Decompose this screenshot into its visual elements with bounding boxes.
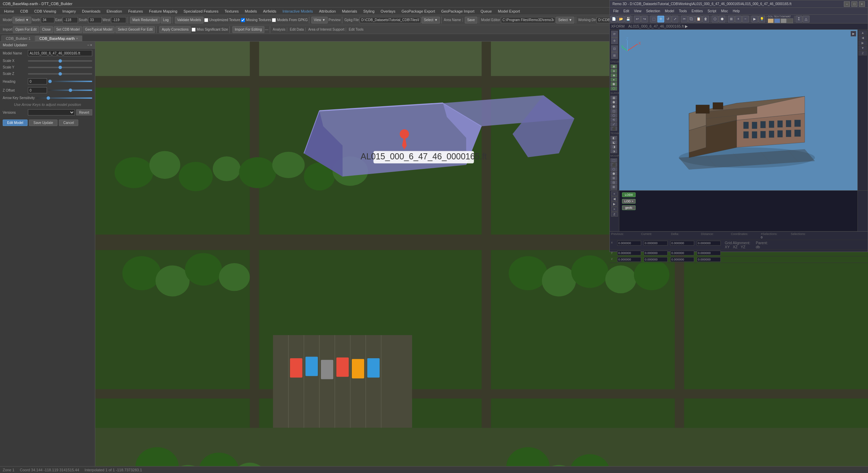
remo-surface2-button[interactable]: ⬟ (610, 100, 617, 104)
remo-modify5-button[interactable]: ⊞ (610, 176, 617, 180)
model-name-input[interactable] (28, 50, 92, 56)
menu-materials[interactable]: Materials (339, 9, 360, 14)
menu-geopackage-import[interactable]: GeoPackage Import (438, 9, 477, 14)
remo3d-maximize-button[interactable]: □ (851, 1, 857, 7)
remo-menu-misc[interactable]: Misc (719, 9, 730, 14)
remo-surface5-button[interactable]: ⬠ (610, 113, 617, 117)
heading-slider[interactable] (48, 81, 92, 82)
z-offset-input[interactable] (28, 87, 47, 93)
tab-cdb-builder[interactable]: CDB_Builder:1 (1, 35, 35, 41)
south-input[interactable] (88, 17, 102, 23)
remo-modify3-button[interactable]: ⬡ (610, 167, 617, 171)
import-for-editing-button[interactable]: Import For Editing (232, 26, 264, 33)
scale-x-slider[interactable] (28, 60, 92, 62)
remo-create3-button[interactable]: ◆ (610, 73, 617, 77)
apply-corrections-button[interactable]: Apply Corrections (159, 26, 191, 33)
viewport-collapse-button[interactable]: ▶ (851, 31, 856, 36)
panel-pin-icon[interactable]: − (87, 43, 89, 47)
menu-textures[interactable]: Textures (222, 9, 242, 14)
remo-menu-entities[interactable]: Entities (690, 9, 705, 14)
remo-create4-button[interactable]: ● (610, 78, 617, 82)
col-swatch[interactable] (768, 18, 774, 23)
menu-styling[interactable]: Styling (361, 9, 377, 14)
remo3d-close-button[interactable]: × (859, 1, 865, 7)
view-button[interactable]: View ▼ (311, 17, 328, 23)
remo-render-button[interactable]: ▶ (751, 16, 758, 22)
remo-texmap3-button[interactable]: ◨ (610, 145, 617, 149)
remo-modify2-button[interactable]: ⬛ (610, 163, 617, 167)
remo-light-button[interactable]: 💡 (758, 16, 765, 22)
remo-save-button[interactable]: 💾 (625, 16, 632, 22)
remo-surface6-button[interactable]: ⟲ (610, 118, 617, 122)
unoptimized-texture-check[interactable]: Unoptimized Texture (204, 18, 240, 22)
mark-redundant-button[interactable]: Mark Redundant (130, 17, 160, 23)
remo-cut-button[interactable]: ✂ (681, 16, 688, 22)
x-dist-input[interactable] (697, 241, 721, 246)
z-delta-input[interactable] (670, 257, 694, 262)
menu-home[interactable]: Home (1, 9, 17, 14)
txm-swatch[interactable] (781, 18, 787, 23)
remo-create2-button[interactable]: ◈ (610, 69, 617, 73)
set-cdb-model-button[interactable]: Set CDB Model (54, 26, 82, 33)
log-button[interactable]: Log (161, 17, 171, 23)
y-dist-input[interactable] (697, 251, 721, 255)
remo-menu-script[interactable]: Script (705, 9, 718, 14)
z-offset-slider[interactable] (48, 90, 92, 91)
remo-view1-button[interactable]: ⊡ (611, 45, 618, 52)
remo-surface3-button[interactable]: ⬢ (610, 105, 617, 109)
remo3d-minimize-button[interactable]: − (844, 1, 850, 7)
menu-attribution[interactable]: Attribution (316, 9, 339, 14)
remo-surface8-button[interactable]: ⬛ (610, 127, 617, 131)
lod-nav-right[interactable]: ▶ (858, 41, 867, 45)
models-from-gpkg-check[interactable]: Models From GPKG (272, 18, 308, 22)
remo-menu-edit[interactable]: Edit (621, 9, 631, 14)
remo-texmap2-button[interactable]: ⬕ (610, 140, 617, 144)
close-button-2[interactable]: Close (40, 26, 53, 33)
xform-collapse-icon[interactable]: ▶ (685, 24, 688, 28)
remo-redo-button[interactable]: ↪ (641, 16, 648, 22)
save-update-button[interactable]: Save Update (29, 120, 58, 126)
lod-nav-prev-button[interactable]: « (611, 191, 618, 196)
remo-pan-button[interactable]: ✛ (611, 37, 618, 44)
west-input[interactable] (111, 17, 126, 23)
remo-surface7-button[interactable]: ⤢ (610, 122, 617, 126)
geotypical-model-button[interactable]: GeoTypical Model (83, 26, 115, 33)
lod-nav-down[interactable]: ▼ (858, 46, 867, 50)
y-curr-input[interactable] (644, 251, 668, 255)
z-dist-input[interactable] (697, 257, 721, 262)
menu-elevation[interactable]: Elevation (104, 9, 125, 14)
save-button[interactable]: Save (465, 17, 477, 23)
menu-imagery[interactable]: Imagery (60, 9, 79, 14)
remo-zoom-out-button[interactable]: − (742, 16, 749, 22)
menu-airfields[interactable]: Airfields (260, 9, 279, 14)
menu-queue[interactable]: Queue (478, 9, 494, 14)
revert-button[interactable]: Revert (76, 109, 92, 115)
remo-menu-help[interactable]: Help (731, 9, 742, 14)
menu-features[interactable]: Features (126, 9, 146, 14)
remo-open-button[interactable]: 📂 (618, 16, 624, 22)
arrow-sensitivity-slider[interactable] (36, 97, 92, 99)
remo-zoom-fit-button[interactable]: ⊞ (728, 16, 735, 22)
remo-scale-button[interactable]: ⤢ (672, 16, 678, 22)
remo-create6-button[interactable]: ⬡ (610, 86, 617, 91)
validate-models-button[interactable]: Validate Models (175, 17, 203, 23)
remo-delete-button[interactable]: 🗑 (702, 16, 709, 22)
remo-modify6-button[interactable]: ⊟ (610, 180, 617, 185)
remo-surface1-button[interactable]: ▦ (610, 96, 617, 100)
remo-texmap4-button[interactable]: ⬗ (610, 149, 617, 153)
select-button[interactable]: Select ▼ (13, 17, 31, 23)
open-for-edit-button[interactable]: Open For Edit (13, 26, 39, 33)
tab-cdb-basemap[interactable]: CDB_BaseMap.earth × (35, 35, 82, 41)
x-curr-input[interactable] (644, 241, 668, 246)
lod-nav-next-button[interactable]: » (611, 207, 618, 211)
viewport-collapse[interactable]: ▶ (851, 31, 856, 36)
miss-significant-check[interactable]: Miss Significant Size (192, 28, 228, 32)
model-editor-input[interactable] (501, 17, 555, 23)
remo-select-button[interactable]: ⬚ (650, 16, 657, 22)
scale-z-slider[interactable] (28, 73, 92, 75)
select-gpkg-button[interactable]: Select ▼ (422, 17, 440, 23)
remo-menu-view[interactable]: View (632, 9, 643, 14)
remo-sigma-button[interactable]: Σ (796, 16, 802, 22)
remo-modify7-button[interactable]: ⊠ (610, 185, 617, 189)
tex-swatch[interactable] (774, 18, 780, 23)
